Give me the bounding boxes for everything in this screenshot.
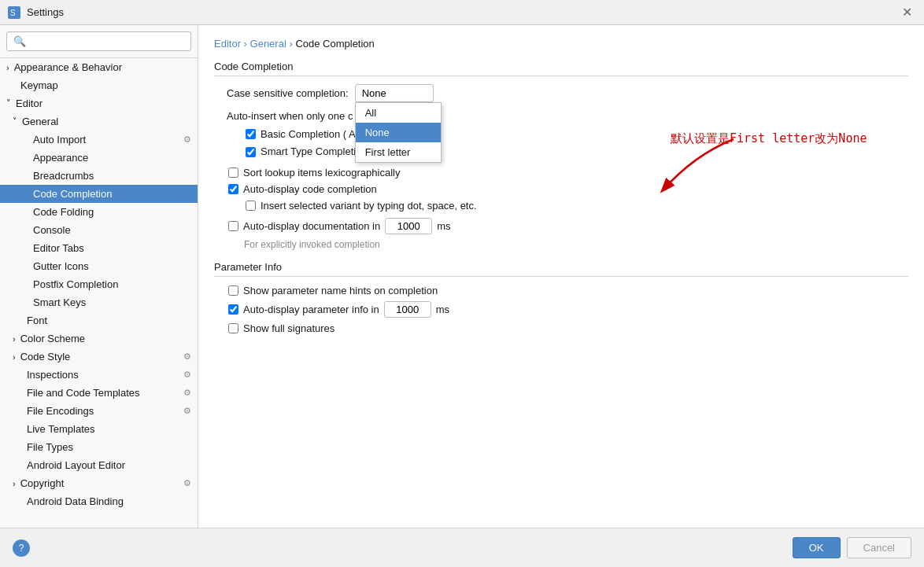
titlebar-left: S Settings [8,6,64,19]
show-full-sig-checkbox[interactable] [228,323,238,333]
sidebar-item-font[interactable]: Font [0,311,198,330]
show-param-hints-checkbox[interactable] [228,285,238,296]
sort-lookup-row: Sort lookup items lexicographically [227,167,908,179]
sidebar-item-breadcrumbs[interactable]: Breadcrumbs [0,167,198,185]
sidebar-item-smart-keys[interactable]: Smart Keys [0,293,198,311]
auto-display-param-label: Auto-display parameter info in [243,304,379,315]
for-explicit-hint: For explicitly invoked completion [244,239,908,250]
sidebar-item-label: Appearance [33,152,88,164]
sidebar-item-label: Auto Import [33,134,86,145]
sidebar-item-auto-import[interactable]: Auto Import⚙ [0,131,198,149]
case-sensitive-dropdown[interactable]: All None First letter [355,84,434,102]
sidebar-item-label: Appearance & Behavior [14,61,122,73]
auto-display-doc-row: Auto-display documentation in ms [227,218,908,234]
close-button[interactable]: ✕ [897,3,916,22]
sidebar-item-keymap[interactable]: Keymap [0,76,198,94]
sidebar-item-postfix-completion[interactable]: Postfix Completion [0,275,198,293]
sidebar-item-label: Postfix Completion [33,278,118,290]
sidebar-item-label: Android Layout Editor [27,459,125,471]
sidebar-item-file-code-templates[interactable]: File and Code Templates⚙ [0,384,198,402]
sidebar-item-editor[interactable]: ˅Editor [0,94,198,112]
sidebar-item-appearance-behavior[interactable]: ›Appearance & Behavior [0,58,198,76]
sidebar-item-console[interactable]: Console [0,221,198,239]
breadcrumb-general[interactable]: General [250,38,286,50]
sort-lookup-label: Sort lookup items lexicographically [243,167,400,179]
sidebar-item-label: Inspections [27,369,79,381]
sidebar-item-label: Keymap [20,79,58,91]
sidebar-item-live-templates[interactable]: Live Templates [0,420,198,438]
smart-type-row: Smart Type Completion ( Ctrl+Shift+空 [244,145,908,159]
sidebar-item-code-style[interactable]: ›Code Style⚙ [0,348,198,366]
show-full-sig-row: Show full signatures [227,322,908,334]
auto-display-param-input[interactable] [384,301,431,318]
sidebar-item-inspections[interactable]: Inspections⚙ [0,366,198,384]
sidebar-item-label: Smart Keys [33,296,86,308]
sidebar-item-android-data-binding[interactable]: Android Data Binding [0,492,198,510]
auto-display-doc-input[interactable] [385,218,432,234]
basic-completion-label: Basic Completion ( A [261,128,356,140]
sidebar-item-general[interactable]: ˅General [0,112,198,131]
show-param-hints-row: Show parameter name hints on completion [227,285,908,296]
sidebar: ›Appearance & BehaviorKeymap˅Editor˅Gene… [0,25,198,528]
section-title-param-info: Parameter Info [214,261,908,277]
sidebar-item-appearance[interactable]: Appearance [0,149,198,167]
bottom-bar: ? OK Cancel [0,528,924,567]
show-param-hints-label: Show parameter name hints on completion [243,285,438,296]
search-input[interactable] [6,31,191,51]
sidebar-item-label: File Types [27,441,73,453]
svg-text:S: S [10,9,16,17]
sidebar-item-label: Breadcrumbs [33,170,94,182]
sidebar-item-color-scheme[interactable]: ›Color Scheme [0,330,198,348]
content-area: Editor › General › Code Completion Code … [198,25,924,528]
sidebar-item-code-folding[interactable]: Code Folding [0,203,198,221]
sidebar-item-android-layout-editor[interactable]: Android Layout Editor [0,456,198,474]
auto-display-completion-label: Auto-display code completion [243,183,377,195]
auto-display-completion-checkbox[interactable] [228,184,238,194]
settings-icon: ⚙ [183,406,191,416]
sidebar-item-label: Code Folding [33,206,94,218]
settings-icon: ⚙ [183,134,191,145]
ok-button[interactable]: OK [793,537,841,558]
annotation-text: 默认设置是First letter改为None [671,131,867,146]
basic-completion-checkbox[interactable] [246,129,256,139]
insert-selected-checkbox[interactable] [246,201,256,211]
sidebar-item-label: Gutter Icons [33,260,89,272]
sidebar-item-label: Code Style [20,351,71,363]
breadcrumb-separator1: › [244,38,250,50]
dropdown-option-all[interactable]: All [356,103,441,123]
auto-insert-label: Auto-insert when only one c [227,110,353,122]
auto-display-param-checkbox[interactable] [228,304,238,315]
dropdown-option-first-letter[interactable]: First letter [356,142,441,162]
case-sensitive-label: Case sensitive completion: [227,87,349,99]
sidebar-item-gutter-icons[interactable]: Gutter Icons [0,257,198,275]
auto-display-param-unit: ms [436,304,449,315]
sidebar-tree: ›Appearance & BehaviorKeymap˅Editor˅Gene… [0,58,198,510]
auto-display-doc-label: Auto-display documentation in [243,220,380,232]
settings-icon: ⚙ [183,388,191,398]
sidebar-item-label: Color Scheme [20,333,85,344]
sidebar-item-file-encodings[interactable]: File Encodings⚙ [0,402,198,420]
sidebar-item-label: Live Templates [27,423,94,435]
sidebar-item-label: Editor [16,98,43,109]
help-button[interactable]: ? [13,539,30,557]
case-sensitive-row: Case sensitive completion: All None Firs… [227,84,908,102]
show-full-sig-label: Show full signatures [243,322,334,334]
sidebar-item-file-types[interactable]: File Types [0,438,198,456]
auto-display-doc-checkbox[interactable] [228,221,238,231]
breadcrumb-editor[interactable]: Editor [214,38,241,50]
arrow-icon: › [6,63,9,72]
settings-icon: ⚙ [183,478,191,488]
arrow-icon: ˅ [13,116,17,127]
sort-lookup-checkbox[interactable] [228,168,238,178]
sidebar-item-label: Copyright [20,477,65,489]
smart-type-checkbox[interactable] [246,147,256,157]
breadcrumb: Editor › General › Code Completion [214,38,908,50]
cancel-button[interactable]: Cancel [847,537,911,558]
case-sensitive-dropdown-wrapper: All None First letter All None First let… [355,84,434,102]
sidebar-item-code-completion[interactable]: Code Completion [0,185,198,203]
arrow-icon: ˅ [6,98,11,109]
settings-icon: ⚙ [183,352,191,362]
sidebar-item-editor-tabs[interactable]: Editor Tabs [0,239,198,257]
dropdown-option-none[interactable]: None [356,123,441,142]
sidebar-item-copyright[interactable]: ›Copyright⚙ [0,474,198,492]
